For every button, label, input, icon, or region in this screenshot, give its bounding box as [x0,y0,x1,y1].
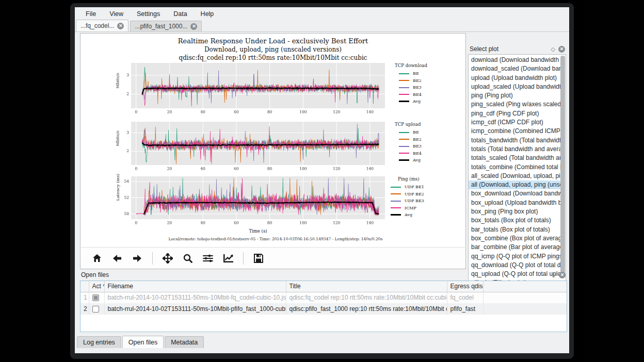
legend-line-swatch [391,201,401,202]
y-axis-label: Mbits/s [116,81,120,89]
back-icon[interactable] [109,251,125,266]
plot-panel: Realtime Response Under Load - exclusive… [80,33,466,269]
figure-area: Realtime Response Under Load - exclusive… [81,34,465,246]
plot-list-item[interactable]: box_download (Download bandwidth b [469,189,560,198]
menu-item-data[interactable]: Data [168,9,192,19]
legend-line-swatch [399,87,409,88]
legend-label: BE3 [413,144,422,149]
legend-line-swatch [399,159,409,161]
bottom-tab-metadata[interactable]: Metadata [165,336,204,348]
plot-list-item[interactable]: download (Download bandwidth plot) [469,56,560,64]
menu-item-view[interactable]: View [104,9,129,19]
x-axis-label: Time (s) [131,228,385,234]
legend-label: BE [413,130,419,135]
legend-line-swatch [399,132,409,133]
figure-footer: Local/remote: tohojo-testbed-01/testserv… [131,237,420,241]
table-row[interactable]: 2batch-rrul-2014-10-02T153111-50ms-10Mbi… [81,303,567,315]
legend-entry: UDP BE1 [390,184,465,191]
toolbar-separator [243,252,244,265]
zoom-icon[interactable] [180,251,196,266]
menu-item-settings[interactable]: Settings [131,9,166,19]
close-dock-icon[interactable]: ✕ [558,46,565,53]
select-plot-title: Select plot [470,45,498,53]
legend-entry: BE [390,129,465,136]
plot-list-item[interactable]: ping (Ping plot) [469,91,560,100]
plot-list-item[interactable]: box_upload (Upload bandwidth box plo [469,199,560,207]
forward-icon[interactable] [130,251,145,266]
plot-list-item[interactable]: icmp_cdf (ICMP CDF plot) [469,118,560,127]
legend-label: BE4 [413,92,422,97]
close-dock-icon[interactable]: ✕ [559,272,566,278]
document-tab[interactable]: ...pfifo_fast_1000...✕ [130,21,202,31]
subplot-canvas-ping-ms- [112,175,387,227]
plot-list-item[interactable]: box_combine (Box plot of averages of se [469,234,560,243]
row-number: 2 [81,303,89,315]
legend-line-swatch [391,187,401,188]
float-dock-icon[interactable]: ◇ [551,46,555,53]
legend-line-swatch [399,80,409,81]
plot-list-item[interactable]: all_scaled (Download, upload, ping (scal [469,172,560,180]
subplots-icon[interactable] [200,251,216,266]
legend-line-swatch [399,146,409,147]
save-icon[interactable] [251,251,266,266]
float-dock-icon[interactable]: ◇ [552,272,556,278]
active-checkbox[interactable] [92,306,99,312]
column-header[interactable]: Egress qdisc [447,281,483,292]
row-number: 1 [81,292,89,303]
legend-label: Avg [413,158,421,162]
title-cell: qdisc:pfifo_fast_1000 rep:10 rtt:50ms ra… [286,303,447,315]
plot-list-item[interactable]: totals_combine (Combined total bandw [469,163,560,172]
plot-list-item[interactable]: box_totals (Box plot of totals) [469,216,560,225]
plot-list-item[interactable]: bar_totals (Box plot of totals) [469,225,560,234]
plot-list-item[interactable]: upload (Upload bandwidth plot) [469,74,560,83]
document-tab[interactable]: ...fq_codel...✕ [76,20,128,31]
table-row[interactable]: 1batch-rrul-2014-10-02T153111-50ms-10Mbi… [81,292,567,303]
subplot-canvas-tcp-upload [112,121,387,173]
plot-list-item[interactable]: ping_scaled (Ping w/axes scaled to remo [469,100,560,109]
figure-title: Realtime Response Under Load - exclusive… [81,37,465,62]
app-window: FileViewSettingsDataHelp ...fq_codel...✕… [75,7,569,353]
plot-list-item[interactable]: download_scaled (Download bandwidth [469,64,560,73]
legend-entry: BE2 [390,136,465,143]
column-header[interactable]: Title [286,281,447,292]
legend-label: BE4 [413,151,422,156]
column-header[interactable]: Act ^ [89,281,104,292]
legend-title: Ping (ms) [390,176,465,182]
plot-list-item[interactable]: icmp_combine (Combined ICMP ping pl [469,127,560,136]
empty-cell [483,303,567,315]
plot-list-item[interactable]: totals (Total bandwidth and average pin [469,145,560,154]
plot-list-item[interactable]: qq_icmp (Q-Q plot of ICMP pings) [469,252,560,261]
column-header[interactable]: Filename [104,281,286,292]
customize-icon[interactable] [220,251,236,266]
menu-item-help[interactable]: Help [195,9,220,19]
filename-cell: batch-rrul-2014-10-02T153111-50ms-10Mbit… [104,292,286,303]
menu-bar: FileViewSettingsDataHelp [75,7,569,20]
tab-close-icon[interactable]: ✕ [190,23,197,30]
bottom-tab-log-entries[interactable]: Log entries [77,336,121,348]
plot-list-item[interactable]: totals_bandwidth (Total bandwidth) [469,136,560,145]
active-checkbox[interactable] [92,294,99,301]
plot-list-item[interactable]: ping_cdf (Ping CDF plot) [469,109,560,118]
legend-entry: BE2 [390,77,465,85]
legend-line-swatch [399,73,409,74]
plot-list: download (Download bandwidth plot)downlo… [468,54,566,294]
plot-list-item[interactable]: box_ping (Ping box plot) [469,207,560,216]
open-files-title: Open files [81,271,109,278]
pan-icon[interactable] [160,251,175,266]
legend-line-swatch [391,207,401,208]
menu-item-file[interactable]: File [80,9,102,19]
plot-list-item[interactable]: upload_scaled (Upload bandwidth w/ax [469,83,560,91]
home-icon[interactable] [89,251,105,266]
legend-label: ICMP [405,206,416,210]
plot-list-item[interactable]: totals_scaled (Total bandwidth and aver [469,154,560,162]
legend-entry: ICMP [390,205,465,212]
legend-entry: UDP BE3 [390,198,465,205]
plot-list-vertical-scrollbar[interactable] [560,56,565,277]
bottom-tab-open-files[interactable]: Open files [122,336,164,348]
legend-entry: Avg [390,98,465,105]
plot-list-item[interactable]: qq_download (Q-Q plot of total downloa [469,261,560,270]
plot-list-item[interactable]: bar_combine (Bar plot of averages of se [469,243,560,252]
legend-line-swatch [399,101,409,102]
tab-close-icon[interactable]: ✕ [117,23,124,29]
plot-list-item[interactable]: all (Download, upload, ping (unscaled ve [469,180,560,189]
